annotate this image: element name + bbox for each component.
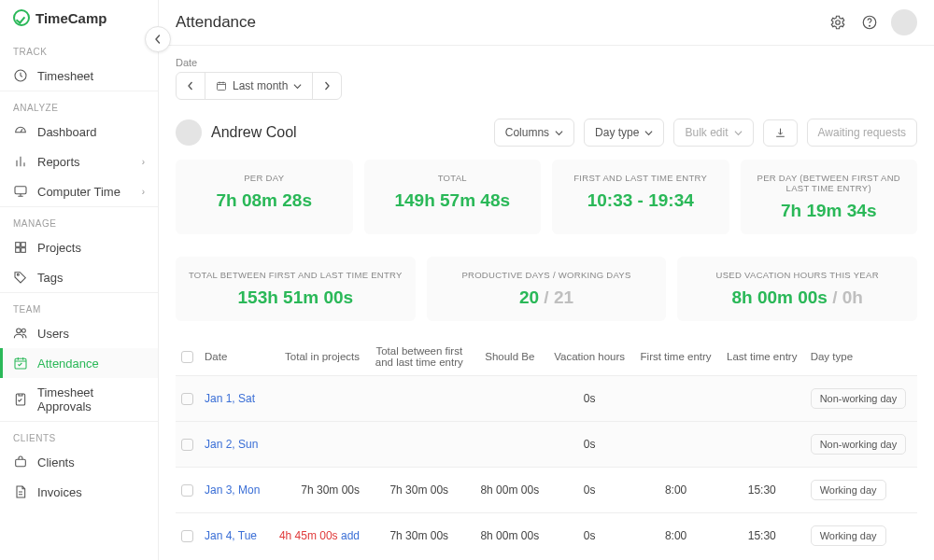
sidebar-item-label: Users xyxy=(37,327,69,341)
svg-point-12 xyxy=(836,21,841,25)
projects-icon xyxy=(13,240,28,255)
day-type-pill[interactable]: Working day xyxy=(811,480,886,500)
sidebar-item-label: Computer Time xyxy=(37,185,120,199)
settings-icon[interactable] xyxy=(828,12,848,33)
export-button[interactable] xyxy=(763,119,798,147)
select-all-checkbox[interactable] xyxy=(181,351,193,363)
svg-point-8 xyxy=(21,329,25,332)
table-row: Jan 4, Tue4h 45m 00s add7h 30m 00s8h 00m… xyxy=(176,513,917,559)
sidebar: TimeCamp TRACKTimesheetANALYZEDashboardR… xyxy=(0,0,159,560)
cell-should-be xyxy=(474,422,546,468)
sidebar-item-timesheet[interactable]: Timesheet xyxy=(0,61,158,91)
chevron-down-icon xyxy=(293,82,302,91)
sidebar-collapse-button[interactable] xyxy=(145,26,171,52)
cell-last-entry: 15:30 xyxy=(719,468,805,513)
sidebar-item-label: Dashboard xyxy=(37,125,97,139)
stat-label: USED VACATION HOURS THIS YEAR xyxy=(686,270,908,280)
sidebar-item-tags[interactable]: Tags xyxy=(0,262,158,292)
cell-total-between: 7h 30m 00s xyxy=(365,468,474,513)
bulk-edit-button[interactable]: Bulk edit xyxy=(673,119,753,147)
download-icon xyxy=(774,127,786,139)
sidebar-item-computer-time[interactable]: Computer Time› xyxy=(0,176,158,206)
day-type-pill[interactable]: Non-working day xyxy=(811,434,907,455)
sidebar-item-label: Reports xyxy=(37,155,80,169)
computer-time-icon xyxy=(13,184,28,199)
stat-value: 149h 57m 48s xyxy=(374,190,532,211)
date-next-button[interactable] xyxy=(313,73,341,99)
date-link[interactable]: Jan 3, Mon xyxy=(205,483,260,497)
cell-last-entry xyxy=(719,422,805,468)
table-row: Jan 3, Mon7h 30m 00s7h 30m 00s8h 00m 00s… xyxy=(176,468,917,513)
cell-should-be: 8h 00m 00s xyxy=(474,513,546,559)
sidebar-item-label: Attendance xyxy=(37,357,99,371)
cell-total-between xyxy=(365,422,474,468)
profile-avatar xyxy=(176,119,202,146)
cell-last-entry: 15:30 xyxy=(719,513,805,559)
brand-logo[interactable]: TimeCamp xyxy=(0,6,158,35)
help-icon[interactable] xyxy=(859,12,880,33)
col-should-be: Should Be xyxy=(474,338,546,376)
add-note-link[interactable]: add xyxy=(341,529,360,542)
sidebar-item-attendance[interactable]: Attendance xyxy=(0,348,158,378)
stat-value: 10:33 - 19:34 xyxy=(561,190,720,211)
cell-first-entry: 8:00 xyxy=(632,513,718,559)
stat-card: USED VACATION HOURS THIS YEAR8h 00m 00s … xyxy=(677,257,917,321)
date-link[interactable]: Jan 4, Tue xyxy=(205,529,257,542)
date-range-value: Last month xyxy=(233,79,288,92)
stat-card: TOTAL149h 57m 48s xyxy=(364,160,542,234)
stat-card: FIRST AND LAST TIME ENTRY10:33 - 19:34 xyxy=(552,160,729,234)
cell-total-projects: 4h 45m 00s add xyxy=(269,513,365,559)
date-link[interactable]: Jan 2, Sun xyxy=(205,438,258,451)
col-total-between: Total between first and last time entry xyxy=(365,338,474,376)
stat-card: PRODUCTIVE DAYS / WORKING DAYS20 / 21 xyxy=(427,257,667,321)
sidebar-item-invoices[interactable]: Invoices xyxy=(0,477,158,507)
sidebar-item-label: Timesheet Approvals xyxy=(37,385,145,413)
stat-value: 20 / 21 xyxy=(436,287,658,308)
timesheet-icon xyxy=(13,68,28,83)
stat-value: 8h 00m 00s / 0h xyxy=(686,287,908,308)
sidebar-section-label: ANALYZE xyxy=(0,91,158,117)
svg-rect-15 xyxy=(218,83,226,91)
sidebar-item-timesheet-approvals[interactable]: Timesheet Approvals xyxy=(0,378,158,421)
cell-vacation: 0s xyxy=(546,422,632,468)
date-range-button[interactable]: Last month xyxy=(205,73,313,99)
tags-icon xyxy=(13,270,28,285)
sidebar-item-reports[interactable]: Reports› xyxy=(0,147,158,176)
attendance-table: Date Total in projects Total between fir… xyxy=(176,338,917,558)
row-checkbox[interactable] xyxy=(181,530,193,542)
svg-rect-3 xyxy=(21,243,26,247)
date-prev-button[interactable] xyxy=(177,73,205,99)
row-checkbox[interactable] xyxy=(181,439,193,451)
cell-vacation: 0s xyxy=(546,468,632,513)
cell-first-entry: 8:00 xyxy=(632,468,718,513)
stat-card: PER DAY7h 08m 28s xyxy=(176,160,353,234)
table-row: Jan 1, Sat0sNon-working day xyxy=(176,376,917,422)
sidebar-item-label: Clients xyxy=(37,455,75,469)
clients-icon xyxy=(13,455,28,469)
day-type-pill[interactable]: Non-working day xyxy=(811,388,907,409)
date-filter-label: Date xyxy=(176,57,917,68)
col-total-projects: Total in projects xyxy=(269,338,365,376)
calendar-icon xyxy=(216,80,227,91)
table-row: Jan 2, Sun0sNon-working day xyxy=(176,422,917,468)
day-type-pill[interactable]: Working day xyxy=(811,525,886,546)
row-checkbox[interactable] xyxy=(181,484,193,497)
user-avatar[interactable] xyxy=(891,9,917,35)
sidebar-item-clients[interactable]: Clients xyxy=(0,447,158,477)
row-checkbox[interactable] xyxy=(181,393,193,405)
sidebar-item-projects[interactable]: Projects xyxy=(0,232,158,262)
columns-button[interactable]: Columns xyxy=(494,119,574,147)
awaiting-requests-button[interactable]: Awaiting requests xyxy=(807,119,918,147)
col-vacation: Vacation hours xyxy=(546,338,632,376)
stat-value: 7h 19m 34s xyxy=(750,201,909,221)
page-title: Attendance xyxy=(176,13,256,32)
cell-vacation: 0s xyxy=(546,513,632,559)
chevron-right-icon: › xyxy=(142,157,145,167)
cell-total-projects: 7h 30m 00s xyxy=(269,468,365,513)
day-type-button[interactable]: Day type xyxy=(584,119,664,147)
stat-label: PRODUCTIVE DAYS / WORKING DAYS xyxy=(436,270,658,280)
sidebar-item-users[interactable]: Users xyxy=(0,318,158,348)
date-link[interactable]: Jan 1, Sat xyxy=(205,392,255,405)
sidebar-item-dashboard[interactable]: Dashboard xyxy=(0,117,158,147)
check-circle-icon xyxy=(13,9,30,26)
